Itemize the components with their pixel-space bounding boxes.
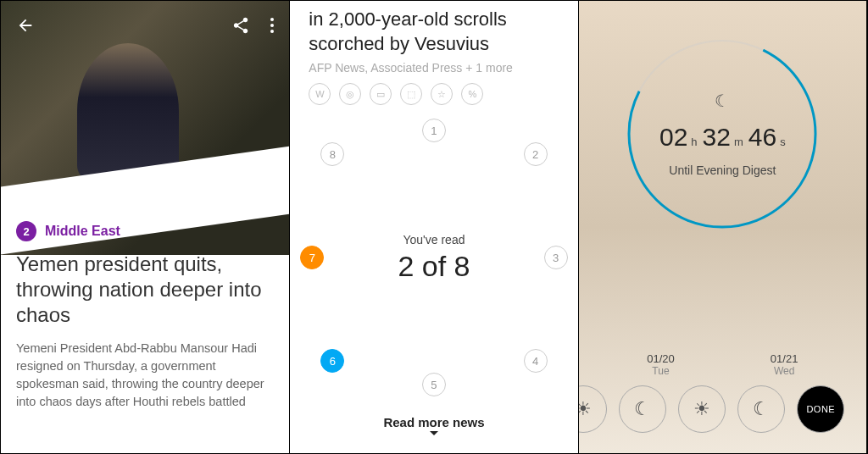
read-more-button[interactable]: Read more news — [290, 396, 577, 453]
article-panel: 2 Middle East Yemen president quits, thr… — [1, 1, 290, 453]
article-body: 2 Middle East Yemen president quits, thr… — [1, 221, 289, 411]
action-icons-row: W ◎ ▭ ⬚ ☆ % — [309, 83, 559, 105]
progress-panel: in 2,000-year-old scrolls scorched by Ve… — [290, 1, 578, 453]
share-icon[interactable] — [231, 16, 250, 35]
countdown-circle: ☾ 02h 32m 46s Until Evening Digest — [623, 35, 821, 233]
more-icon[interactable] — [270, 18, 274, 33]
date-row: 01/20 Tue 01/21 Wed — [579, 352, 866, 385]
wiki-icon[interactable]: W — [309, 83, 331, 105]
article-headline[interactable]: Yemen president quits, throwing nation d… — [16, 252, 274, 328]
category-row[interactable]: 2 Middle East — [16, 221, 274, 241]
sun-icon[interactable]: ☀ — [678, 385, 726, 433]
read-label: You've read — [398, 233, 470, 246]
date-value: 01/21 — [771, 352, 798, 365]
location-icon[interactable]: ◎ — [339, 83, 361, 105]
node-8[interactable]: 8 — [320, 142, 344, 166]
svg-point-1 — [629, 41, 815, 227]
image-icon[interactable]: ⬚ — [400, 83, 422, 105]
node-4[interactable]: 4 — [524, 349, 548, 373]
node-6[interactable]: 6 — [320, 349, 344, 373]
back-icon[interactable] — [16, 16, 35, 35]
video-icon[interactable]: ▭ — [370, 83, 392, 105]
day-value: Tue — [647, 365, 675, 377]
sun-icon[interactable]: ☀ — [579, 385, 608, 433]
prev-article-title[interactable]: in 2,000-year-old scrolls scorched by Ve… — [309, 8, 559, 56]
category-label: Middle East — [45, 224, 120, 239]
progress-header: in 2,000-year-old scrolls scorched by Ve… — [290, 1, 577, 119]
moon-icon[interactable]: ☾ — [737, 385, 785, 433]
countdown-arc-icon — [623, 35, 821, 233]
date-item[interactable]: 01/20 Tue — [647, 352, 675, 377]
node-3[interactable]: 3 — [544, 246, 568, 269]
date-value: 01/20 — [647, 352, 675, 365]
day-value: Wed — [771, 365, 798, 377]
node-2[interactable]: 2 — [524, 142, 548, 166]
twitter-icon[interactable]: ☆ — [431, 83, 453, 105]
read-count: 2 of 8 — [398, 250, 470, 283]
progress-center: You've read 2 of 8 — [398, 233, 470, 283]
article-summary: Yemeni President Abd-Rabbu Mansour Hadi … — [16, 340, 274, 411]
percent-icon[interactable]: % — [461, 83, 483, 105]
category-badge: 2 — [16, 221, 36, 241]
done-button[interactable]: DONE — [797, 385, 844, 433]
date-item[interactable]: 01/21 Wed — [771, 352, 798, 377]
article-photo — [1, 1, 289, 255]
timer-panel: ☾ 02h 32m 46s Until Evening Digest 01/20… — [579, 1, 867, 453]
node-1[interactable]: 1 — [422, 119, 446, 142]
progress-ring: You've read 2 of 8 1 2 3 4 5 6 7 8 — [290, 119, 577, 396]
article-topbar — [1, 16, 289, 35]
digest-button-row: ☀ ☾ ☀ ☾ DONE — [583, 385, 844, 453]
source-line: AFP News, Associated Press + 1 more — [309, 61, 559, 75]
node-5[interactable]: 5 — [422, 373, 446, 396]
moon-icon[interactable]: ☾ — [619, 385, 666, 433]
node-7[interactable]: 7 — [300, 246, 324, 269]
